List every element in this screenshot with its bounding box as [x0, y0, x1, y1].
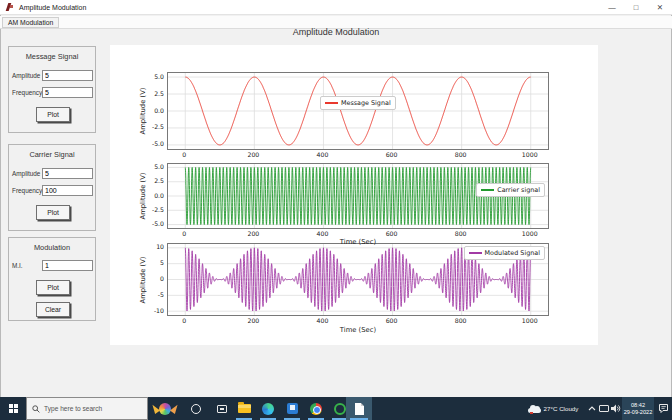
message-plot-button[interactable]: Plot — [36, 107, 70, 122]
y-tick-label: -2.5 — [139, 206, 164, 213]
legend-label: Message Signal — [341, 99, 391, 107]
close-button[interactable]: ✕ — [648, 0, 672, 15]
legend-label: Carrier signal — [497, 186, 540, 194]
frequency-label: Frequency — [12, 89, 42, 96]
chrome-icon[interactable] — [304, 397, 328, 420]
y-tick-label: 5.0 — [139, 73, 164, 80]
y-tick-label: 2.5 — [139, 90, 164, 97]
frequency-label: Frequency — [12, 187, 42, 194]
message-frequency-input[interactable] — [42, 87, 93, 98]
clock[interactable]: 08:42 29-09-2022 — [622, 397, 654, 420]
legend: Modulated Signal — [464, 246, 545, 260]
y-tick-label: 5.0 — [139, 163, 164, 170]
blue-app-icon[interactable] — [280, 397, 304, 420]
x-tick-label: 800 — [449, 151, 473, 158]
legend-label: Modulated Signal — [485, 249, 540, 257]
x-tick-label: 400 — [310, 230, 334, 237]
modulation-clear-button[interactable]: Clear — [36, 302, 70, 317]
y-tick-label: 5 — [139, 259, 164, 266]
weather-condition: Cloudy — [559, 405, 578, 412]
y-tick-label: 2.5 — [139, 177, 164, 184]
task-view-icon[interactable] — [210, 397, 234, 420]
mi-input[interactable] — [42, 260, 93, 271]
x-tick-label: 1000 — [518, 151, 542, 158]
plot-canvas: Amplitude (V) Amplitude (V) Amplitude (V… — [110, 45, 598, 345]
weather-widget[interactable]: 27°C Cloudy — [520, 397, 586, 420]
menu-item-am-modulation[interactable]: AM Modulation — [2, 17, 59, 28]
touch-keyboard-icon[interactable] — [598, 397, 610, 420]
message-amplitude-input[interactable] — [42, 70, 93, 81]
x-tick-label: 600 — [380, 317, 404, 324]
x-tick-label: 600 — [380, 151, 404, 158]
weather-temp: 27°C — [544, 405, 558, 412]
cloud-icon — [528, 405, 541, 413]
y-tick-label: 0 — [139, 275, 164, 282]
search-input[interactable]: Type here to search — [26, 397, 148, 420]
legend: Message Signal — [320, 96, 396, 110]
window-title: Amplitude Modulation — [19, 4, 86, 11]
y-tick-label: -5.0 — [139, 140, 164, 147]
carrier-plot-button[interactable]: Plot — [36, 205, 70, 220]
titlebar: Amplitude Modulation — □ ✕ — [0, 0, 672, 15]
carrier-frequency-input[interactable] — [42, 185, 93, 196]
action-center-icon[interactable] — [655, 397, 672, 420]
search-placeholder: Type here to search — [44, 405, 102, 412]
file-explorer-icon[interactable] — [232, 397, 256, 420]
group-carrier-signal: Carrier Signal Amplitude Frequency Plot — [8, 144, 96, 231]
x-tick-label: 800 — [449, 230, 473, 237]
carrier-signal-plot: Carrier signal — [167, 163, 549, 229]
legend-line — [469, 252, 482, 254]
group-title: Message Signal — [9, 52, 95, 61]
x-tick-label: 200 — [241, 317, 265, 324]
y-tick-label: -5 — [139, 291, 164, 298]
y-tick-label: 0.0 — [139, 107, 164, 114]
colorful-app-icon[interactable] — [148, 397, 182, 420]
modulated-signal-plot: Modulated Signal — [167, 243, 549, 316]
taskbar: Type here to search 27°C Cloudy 08:42 29… — [0, 397, 672, 420]
legend-line — [325, 102, 338, 104]
clock-time: 08:42 — [622, 402, 654, 409]
x-tick-label: 1000 — [518, 317, 542, 324]
legend: Carrier signal — [476, 183, 545, 197]
x-axis-label: Time (Sec) — [167, 238, 549, 246]
app-icon — [6, 3, 14, 11]
app-window: Amplitude Modulation — □ ✕ AM Modulation… — [0, 0, 672, 420]
x-tick-label: 0 — [172, 317, 196, 324]
x-tick-label: 0 — [172, 230, 196, 237]
plot-area — [168, 73, 548, 149]
message-signal-plot: Message Signal — [167, 72, 549, 150]
volume-icon[interactable] — [610, 397, 622, 420]
group-title: Modulation — [9, 243, 95, 252]
legend-line — [481, 189, 494, 191]
group-title: Carrier Signal — [9, 150, 95, 159]
minimize-button[interactable]: — — [600, 0, 624, 15]
x-tick-label: 600 — [380, 230, 404, 237]
page-title: Amplitude Modulation — [0, 27, 672, 37]
cortana-icon[interactable] — [184, 397, 208, 420]
clock-date: 29-09-2022 — [622, 409, 654, 416]
x-tick-label: 0 — [172, 151, 196, 158]
group-modulation: Modulation M.I. Plot Clear — [8, 237, 96, 321]
start-button[interactable] — [0, 397, 26, 420]
y-tick-label: 10 — [139, 243, 164, 250]
x-tick-label: 200 — [241, 151, 265, 158]
search-icon — [32, 405, 40, 413]
x-tick-label: 800 — [449, 317, 473, 324]
x-tick-label: 400 — [310, 317, 334, 324]
x-tick-label: 400 — [310, 151, 334, 158]
mi-label: M.I. — [12, 262, 23, 269]
y-tick-label: -10 — [139, 307, 164, 314]
edge-icon[interactable] — [256, 397, 280, 420]
x-tick-label: 1000 — [518, 230, 542, 237]
y-tick-label: -5.0 — [139, 220, 164, 227]
amplitude-label: Amplitude — [12, 72, 40, 79]
modulation-plot-button[interactable]: Plot — [36, 280, 70, 295]
tray-chevron-icon[interactable] — [586, 397, 597, 420]
maximize-button[interactable]: □ — [624, 0, 648, 15]
amplitude-label: Amplitude — [12, 170, 40, 177]
active-document-icon[interactable] — [346, 397, 372, 420]
y-tick-label: -2.5 — [139, 123, 164, 130]
carrier-amplitude-input[interactable] — [42, 168, 93, 179]
windows-icon — [9, 404, 18, 413]
group-message-signal: Message Signal Amplitude Frequency Plot — [8, 46, 96, 133]
